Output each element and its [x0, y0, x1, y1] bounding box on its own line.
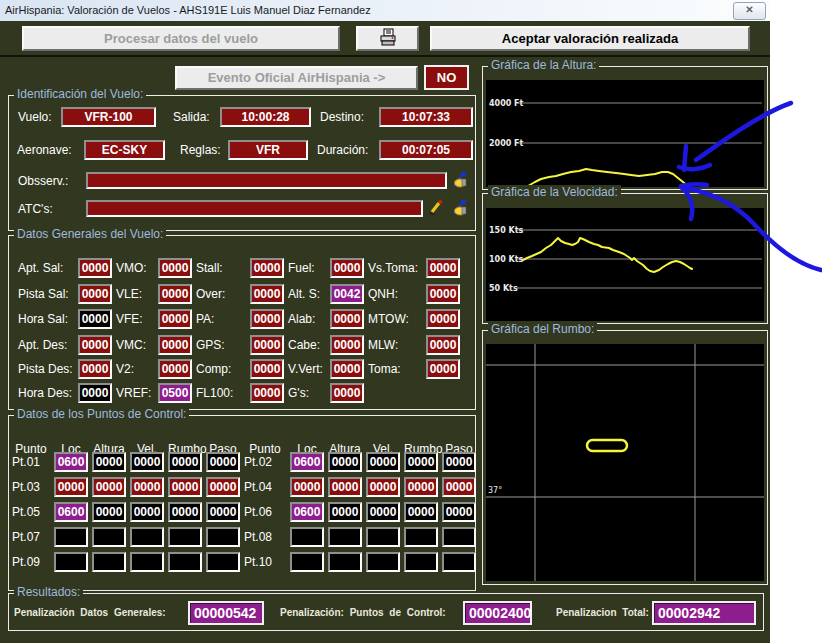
field-value[interactable]: 0000 — [78, 335, 112, 355]
field-value[interactable]: 0000 — [330, 359, 364, 379]
field-value[interactable]: 0000 — [426, 284, 460, 304]
point-value[interactable] — [290, 552, 324, 572]
point-value[interactable]: 0000 — [290, 477, 324, 497]
field-value[interactable]: 0000 — [250, 284, 284, 304]
point-value[interactable] — [328, 552, 362, 572]
point-value[interactable]: 0600 — [290, 452, 324, 472]
point-value[interactable]: 0000 — [54, 477, 88, 497]
point-value[interactable] — [92, 552, 126, 572]
write-note-icon[interactable] — [451, 199, 468, 216]
field-value[interactable]: 0000 — [250, 383, 284, 403]
point-value[interactable] — [442, 552, 476, 572]
point-value[interactable] — [54, 552, 88, 572]
point-value[interactable] — [328, 527, 362, 547]
field-value[interactable]: 0000 — [250, 335, 284, 355]
field-value[interactable]: 0000 — [250, 258, 284, 278]
accept-valuation-button[interactable]: Aceptar valoración realizada — [430, 26, 750, 51]
field-value[interactable]: 0500 — [158, 383, 192, 403]
field-value[interactable]: 0000 — [426, 359, 460, 379]
print-button[interactable] — [356, 26, 419, 51]
field-value[interactable]: 0000 — [250, 359, 284, 379]
field-value[interactable]: 0000 — [78, 359, 112, 379]
field-value[interactable]: 0042 — [330, 284, 364, 304]
point-value[interactable] — [206, 552, 240, 572]
point-value[interactable]: 0000 — [92, 452, 126, 472]
field-value[interactable]: 0000 — [78, 284, 112, 304]
aeronave-field[interactable]: EC-SKY — [84, 140, 165, 160]
point-value[interactable] — [366, 552, 400, 572]
point-value[interactable]: 0000 — [442, 477, 476, 497]
field-value[interactable]: 0000 — [250, 309, 284, 329]
point-value[interactable]: 0000 — [130, 452, 164, 472]
field-value[interactable]: 0000 — [158, 335, 192, 355]
point-value[interactable]: 0000 — [366, 502, 400, 522]
point-value[interactable]: 0000 — [206, 502, 240, 522]
point-value[interactable]: 0000 — [328, 477, 362, 497]
point-value[interactable] — [168, 527, 202, 547]
point-value[interactable]: 0600 — [54, 452, 88, 472]
point-value[interactable]: 0000 — [130, 477, 164, 497]
field-value[interactable]: 0000 — [78, 309, 112, 329]
point-value[interactable] — [290, 527, 324, 547]
reglas-field[interactable]: VFR — [228, 140, 308, 160]
duracion-field[interactable]: 00:07:05 — [379, 140, 473, 160]
point-value[interactable] — [54, 527, 88, 547]
atc-input[interactable] — [86, 200, 423, 217]
field-value[interactable]: 0000 — [158, 359, 192, 379]
point-value[interactable]: 0000 — [442, 502, 476, 522]
field-value[interactable]: 0000 — [158, 258, 192, 278]
field-value[interactable]: 0000 — [78, 258, 112, 278]
point-value[interactable]: 0000 — [404, 477, 438, 497]
destino-field[interactable]: 10:07:33 — [379, 107, 473, 127]
point-value[interactable] — [130, 527, 164, 547]
vuelo-field[interactable]: VFR-100 — [61, 107, 156, 127]
point-value[interactable]: 0000 — [168, 502, 202, 522]
point-label: Pt.01 — [12, 452, 50, 472]
process-flight-data-button[interactable]: Procesar datos del vuelo — [22, 26, 340, 51]
field-value[interactable]: 0000 — [158, 284, 192, 304]
grafica-altura-legend: Gráfica de la Altura: — [488, 58, 599, 72]
point-value[interactable]: 0000 — [366, 452, 400, 472]
point-value[interactable] — [168, 552, 202, 572]
field-value[interactable]: 0000 — [426, 335, 460, 355]
field-label: Alt. S: — [284, 284, 330, 304]
point-value[interactable]: 0000 — [206, 452, 240, 472]
field-value[interactable]: 0000 — [330, 258, 364, 278]
point-value[interactable]: 0000 — [404, 502, 438, 522]
field-value[interactable]: 0000 — [158, 309, 192, 329]
field-label: V2: — [112, 359, 158, 379]
point-value[interactable]: 0000 — [206, 477, 240, 497]
field-value[interactable]: 0000 — [78, 383, 112, 403]
observaciones-input[interactable] — [86, 172, 447, 189]
point-value[interactable] — [206, 527, 240, 547]
evento-oficial-button[interactable]: Evento Oficial AirHispania -> — [175, 66, 418, 90]
point-value[interactable]: 0000 — [442, 452, 476, 472]
point-value[interactable]: 0600 — [290, 502, 324, 522]
point-value[interactable]: 0000 — [92, 502, 126, 522]
point-value[interactable]: 0000 — [404, 452, 438, 472]
field-value[interactable]: 0000 — [426, 258, 460, 278]
point-value[interactable]: 0000 — [366, 477, 400, 497]
write-note-icon[interactable] — [451, 171, 468, 188]
penalizacion-total-value: 00002942 — [652, 601, 756, 625]
close-button[interactable]: ✕ — [733, 2, 766, 20]
point-value[interactable]: 0000 — [328, 502, 362, 522]
point-value[interactable]: 0000 — [168, 477, 202, 497]
point-value[interactable]: 0000 — [130, 502, 164, 522]
field-value[interactable]: 0000 — [330, 383, 364, 403]
point-value[interactable]: 0600 — [54, 502, 88, 522]
pencil-icon[interactable] — [427, 199, 444, 216]
point-value[interactable] — [366, 527, 400, 547]
point-value[interactable] — [92, 527, 126, 547]
point-value[interactable]: 0000 — [328, 452, 362, 472]
field-value[interactable]: 0000 — [330, 309, 364, 329]
point-value[interactable] — [404, 527, 438, 547]
point-value[interactable] — [404, 552, 438, 572]
point-value[interactable]: 0000 — [168, 452, 202, 472]
point-value[interactable] — [442, 527, 476, 547]
salida-field[interactable]: 10:00:28 — [220, 107, 311, 127]
field-value[interactable]: 0000 — [330, 335, 364, 355]
point-value[interactable] — [130, 552, 164, 572]
point-value[interactable]: 0000 — [92, 477, 126, 497]
field-value[interactable]: 0000 — [426, 309, 460, 329]
